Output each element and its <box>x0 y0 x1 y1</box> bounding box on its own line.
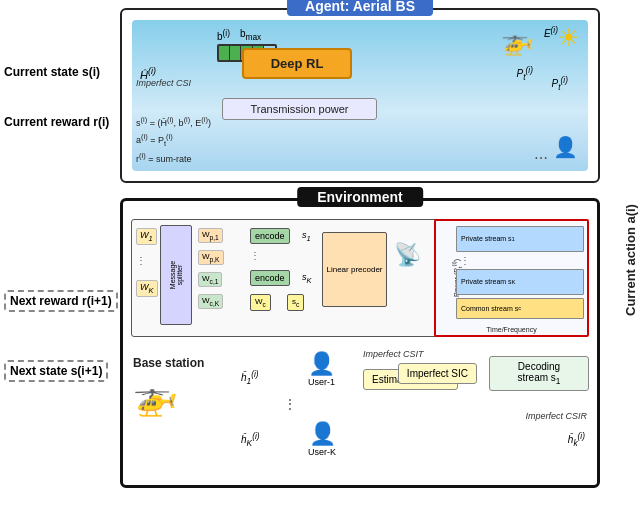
tx-power-box: Transmission power <box>222 98 377 120</box>
imperfect-csi-agent: Imperfect CSI <box>136 78 191 88</box>
next-reward-label: Next reward r(i+1) <box>4 290 118 312</box>
user-1-icon: 👤 <box>308 351 335 377</box>
stream-dots: ⋮ <box>456 255 584 266</box>
linear-precoder: Linear precoder <box>322 232 387 307</box>
user-icon: 👤 <box>553 135 578 159</box>
wc-box: Wc <box>250 294 271 311</box>
encode-K: encode <box>250 270 290 286</box>
wpK-label: Wp,K <box>198 250 224 265</box>
w1-label: W1 <box>136 228 157 245</box>
power-x-label: Time/Frequency <box>486 326 536 333</box>
users-dots: ⋮ <box>283 396 297 412</box>
agent-box: Agent: Aerial BS ☀ 🚁 E(i) Pt(i) 👤 ⋯ Pt(i… <box>120 8 600 183</box>
main-container: Current state s(i) Current reward r(i) N… <box>0 0 640 521</box>
bmax-label: bmax <box>240 28 261 42</box>
hK-hat-label: ĥK(i) <box>241 431 260 448</box>
b-label: b(i) <box>217 28 230 42</box>
imperfect-sic-box: Imperfect SIC <box>398 363 477 384</box>
antenna-icon: 📡 <box>394 242 421 268</box>
power-plot: Power (Pt(i)) Private stream s1 ⋮ Privat… <box>434 219 589 337</box>
pt-label: Pt(i) <box>517 65 533 82</box>
current-reward-label: Current reward r(i) <box>4 115 109 129</box>
sK-out: sK <box>302 272 312 285</box>
transmitter-block: W1 ⋮ WK Message splitter Wp,1 Wp,K Wc,1 … <box>131 219 461 337</box>
message-splitter: Message splitter <box>160 225 192 325</box>
dots-w: ⋮ <box>136 255 146 266</box>
user-1-group: 👤 User-1 <box>308 351 335 387</box>
agent-inner: ☀ 🚁 E(i) Pt(i) 👤 ⋯ Pt(i) b(i) bmax <box>132 20 588 171</box>
wK-label: WK <box>136 280 158 297</box>
agent-title: Agent: Aerial BS <box>287 0 433 16</box>
stream-private-1: Private stream s1 <box>456 226 584 252</box>
energy-label: E(i) <box>544 25 558 39</box>
decoding-stream-box: Decodingstream s1 <box>489 356 589 391</box>
wcK-label: Wc,K <box>198 294 223 309</box>
current-action-label: Current action a(i) <box>623 160 638 360</box>
dots-encode: ⋮ <box>250 250 260 261</box>
current-state-label: Current state s(i) <box>4 65 100 79</box>
imperfect-csit-label: Imperfect CSIT <box>363 349 424 359</box>
environment-box: Environment W1 ⋮ WK Message splitter Wp,… <box>120 198 600 488</box>
stream-common: Common stream sc <box>456 298 584 319</box>
environment-title: Environment <box>297 187 423 207</box>
s1-out: s1 <box>302 230 311 243</box>
user-K-icon: 👤 <box>309 421 336 447</box>
wc1-label: Wc,1 <box>198 272 222 287</box>
next-state-label: Next state s(i+1) <box>4 360 108 382</box>
user-1-label: User-1 <box>308 377 335 387</box>
pt-down-label: Pt(i) <box>552 75 568 92</box>
user-K-group: 👤 User-K <box>308 421 336 457</box>
encode-1: encode <box>250 228 290 244</box>
env-uav-icon: 🚁 <box>133 376 178 418</box>
stream-private-K: Private stream sK <box>456 269 584 295</box>
hk-hat-label: ĥk(i) <box>568 431 585 448</box>
base-station-label: Base station <box>133 356 204 370</box>
user-K-label: User-K <box>308 447 336 457</box>
h1-hat-label: ĥ1(i) <box>241 369 259 386</box>
sc-box: sc <box>287 294 304 311</box>
imperfect-csir-label: Imperfect CSIR <box>525 411 587 421</box>
agent-equations: s(i) = (Ĥ(i), b(i), E(i)) a(i) = Pt(i) r… <box>136 114 211 166</box>
stream-bars: Private stream s1 ⋮ Private stream sK Co… <box>456 226 584 319</box>
drone-icon: 🚁 <box>501 26 533 57</box>
sun-icon: ☀ <box>558 24 580 52</box>
deep-rl-box: Deep RL <box>242 48 352 79</box>
ellipsis-right: ⋯ <box>534 150 548 166</box>
wp1-label: Wp,1 <box>198 228 223 243</box>
